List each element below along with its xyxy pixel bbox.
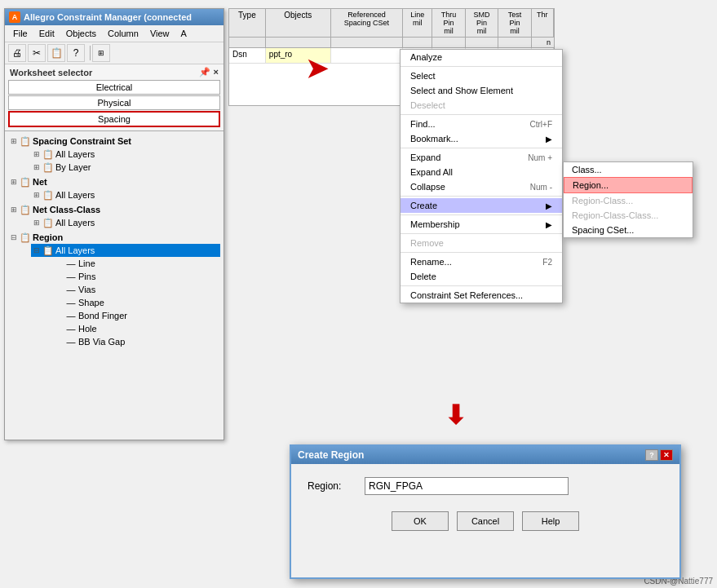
tab-electrical[interactable]: Electrical xyxy=(8,80,220,95)
node-label-bondfinger: Bond Finger xyxy=(78,311,127,321)
dialog-close-btn[interactable]: ✕ xyxy=(660,449,673,461)
expand-icon-scs-al[interactable]: ⊞ xyxy=(33,150,41,158)
tree-node-net[interactable]: ⊞ 📋 Net xyxy=(8,175,220,188)
menu-view[interactable]: View xyxy=(145,27,175,40)
app-title: Allegro Constraint Manager (connected xyxy=(24,12,192,22)
arrow-right: ➤ xyxy=(306,53,328,84)
cm-bookmark[interactable]: Bookmark... ▶ xyxy=(401,131,562,146)
dialog-help-btn[interactable]: ? xyxy=(645,449,658,461)
expand-icon-netcc[interactable]: ⊞ xyxy=(10,206,18,214)
cm-sep6 xyxy=(401,233,562,234)
col-thr: Thr xyxy=(532,9,554,37)
node-label-hole: Hole xyxy=(78,324,97,334)
sheet-subheader: n xyxy=(229,38,554,48)
help-button[interactable]: ? xyxy=(67,44,85,62)
expand-icon-net-al[interactable]: ⊞ xyxy=(33,191,41,199)
doc-icon-pins: — xyxy=(65,271,77,282)
tree-node-region-al[interactable]: ⊟ 📋 All Layers xyxy=(31,244,220,257)
expand-icon-vias xyxy=(55,285,64,294)
cm-expand[interactable]: Expand Num + xyxy=(401,150,562,165)
node-label-pins: Pins xyxy=(78,272,95,281)
cm-select-show[interactable]: Select and Show Element xyxy=(401,83,562,98)
cm-sep5 xyxy=(401,214,562,215)
cm-select[interactable]: Select xyxy=(401,69,562,83)
submenu: Class... Region... Region-Class... Regio… xyxy=(563,161,693,238)
expand-icon-net[interactable]: ⊞ xyxy=(10,178,18,186)
ws-close-icon[interactable]: × xyxy=(214,67,219,77)
sm-class[interactable]: Class... xyxy=(564,162,693,177)
tree-view: ⊞ 📋 Spacing Constraint Set ⊞ 📋 All Layer… xyxy=(5,131,224,441)
menu-objects[interactable]: Objects xyxy=(61,27,101,40)
cm-cset-refs[interactable]: Constraint Set References... xyxy=(401,288,562,303)
folder-icon-netcc-al: 📋 xyxy=(42,217,54,228)
dialog-field-region: Region: xyxy=(308,477,663,495)
sm-spacing-cset[interactable]: Spacing CSet... xyxy=(564,223,693,237)
grid-button[interactable]: ⊞ xyxy=(92,44,110,62)
expand-icon-scs[interactable]: ⊞ xyxy=(10,137,18,145)
node-label-bbviagap: BB Via Gap xyxy=(78,337,125,347)
expand-icon-bondfinger xyxy=(55,312,64,320)
ws-pin-icon[interactable]: 📌 xyxy=(199,67,210,77)
col-line: Linemil xyxy=(403,9,432,37)
cm-membership[interactable]: Membership ▶ xyxy=(401,217,562,232)
tree-node-spacing-cset[interactable]: ⊞ 📋 Spacing Constraint Set xyxy=(8,135,220,148)
expand-icon-hole xyxy=(55,325,64,333)
col-refspacing: ReferencedSpacing CSet xyxy=(331,9,404,37)
dialog-help-button[interactable]: Help xyxy=(522,511,579,531)
tab-spacing[interactable]: Spacing xyxy=(8,111,220,127)
doc-icon-shape: — xyxy=(65,297,77,308)
dialog-cancel-button[interactable]: Cancel xyxy=(457,511,514,531)
expand-icon-scs-bl[interactable]: ⊞ xyxy=(33,163,41,171)
menu-column[interactable]: Column xyxy=(103,27,144,40)
cell-refspacing xyxy=(331,48,404,63)
cm-sep4 xyxy=(401,196,562,197)
tree-node-netcc[interactable]: ⊞ 📋 Net Class-Class xyxy=(8,203,220,216)
cm-delete[interactable]: Delete xyxy=(401,269,562,284)
cm-find[interactable]: Find... Ctrl+F xyxy=(401,117,562,131)
tree-node-scs-bylayer[interactable]: ⊞ 📋 By Layer xyxy=(31,161,220,174)
cut-button[interactable]: ✂ xyxy=(28,44,46,62)
tab-physical[interactable]: Physical xyxy=(8,95,220,110)
tree-node-netcc-al[interactable]: ⊞ 📋 All Layers xyxy=(31,216,220,229)
tree-node-hole[interactable]: — Hole xyxy=(54,322,220,335)
dialog-region-label: Region: xyxy=(308,480,356,492)
arrow-down: ⬇ xyxy=(445,400,467,431)
tree-node-shape[interactable]: — Shape xyxy=(54,296,220,309)
node-label-shape: Shape xyxy=(78,298,104,307)
cm-expand-all[interactable]: Expand All xyxy=(401,165,562,179)
tree-node-vias[interactable]: — Vias xyxy=(54,283,220,296)
cm-create[interactable]: Create ▶ xyxy=(401,198,562,213)
create-region-dialog: Create Region ? ✕ Region: OK Cancel Help xyxy=(290,444,681,579)
dialog-title-bar: Create Region ? ✕ xyxy=(291,446,679,464)
tree-node-pins[interactable]: — Pins xyxy=(54,270,220,283)
dialog-ok-button[interactable]: OK xyxy=(392,511,449,531)
sm-region-class-class: Region-Class-Class... xyxy=(564,208,693,223)
dialog-region-input[interactable] xyxy=(365,477,569,495)
cm-rename[interactable]: Rename... F2 xyxy=(401,254,562,269)
expand-icon-region-al[interactable]: ⊟ xyxy=(33,246,41,254)
doc-icon-vias: — xyxy=(65,284,77,295)
col-objects: Objects xyxy=(266,9,331,37)
tree-node-bondfinger[interactable]: — Bond Finger xyxy=(54,309,220,322)
tree-node-scs-alllayers[interactable]: ⊞ 📋 All Layers xyxy=(31,148,220,161)
tree-node-region[interactable]: ⊟ 📋 Region xyxy=(8,231,220,244)
tree-node-bbviagap[interactable]: — BB Via Gap xyxy=(54,335,220,348)
app-icon: A xyxy=(9,11,20,23)
worksheet-selector: Worksheet selector 📌 × Electrical Physic… xyxy=(5,64,224,131)
doc-icon-bbviagap: — xyxy=(65,336,77,347)
menu-file[interactable]: File xyxy=(8,27,33,40)
sm-region[interactable]: Region... xyxy=(564,177,693,193)
node-label-net: Net xyxy=(33,177,47,187)
expand-icon-netcc-al[interactable]: ⊞ xyxy=(33,219,41,227)
menu-extra[interactable]: A xyxy=(176,27,192,40)
expand-icon-region[interactable]: ⊟ xyxy=(10,233,18,241)
tree-group-netcc: ⊞ 📋 Net Class-Class ⊞ 📋 All Layers xyxy=(8,203,220,229)
menu-edit[interactable]: Edit xyxy=(34,27,60,40)
copy-button[interactable]: 📋 xyxy=(47,44,65,62)
cm-analyze[interactable]: Analyze xyxy=(401,50,562,64)
cm-collapse[interactable]: Collapse Num - xyxy=(401,179,562,194)
expand-icon-line xyxy=(55,259,64,267)
tree-node-net-al[interactable]: ⊞ 📋 All Layers xyxy=(31,188,220,201)
print-button[interactable]: 🖨 xyxy=(8,44,26,62)
tree-node-line[interactable]: — Line xyxy=(54,257,220,270)
